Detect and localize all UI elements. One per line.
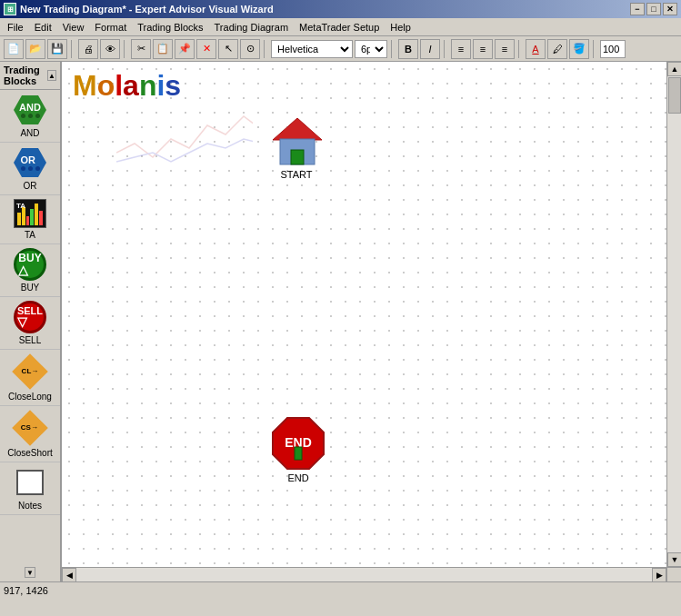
menu-metatrader-setup[interactable]: MetaTrader Setup <box>294 18 385 35</box>
closelong-label: CloseLong <box>8 392 52 402</box>
align-left-button[interactable]: ≡ <box>451 39 471 59</box>
end-icon: END <box>271 416 325 471</box>
menu-edit[interactable]: Edit <box>29 18 57 35</box>
notes-icon <box>16 470 44 495</box>
start-label: START <box>280 169 312 180</box>
toolbar: 📄 📂 💾 🖨 👁 ✂ 📋 📌 ✕ ↖ ⊙ Helvetica Arial Ti… <box>0 36 681 62</box>
bold-button[interactable]: B <box>398 39 418 59</box>
ta-label: TA <box>25 230 35 240</box>
connect-button[interactable]: ⊙ <box>240 39 260 59</box>
title-bar: ⊞ New Trading Diagram* - Expert Advisor … <box>0 0 681 18</box>
preview-button[interactable]: 👁 <box>100 39 120 59</box>
select-button[interactable]: ↖ <box>218 39 238 59</box>
block-buy[interactable]: BUY △ BUY <box>0 244 60 297</box>
save-button[interactable]: 💾 <box>47 39 67 59</box>
zoom-input[interactable] <box>600 40 626 58</box>
and-icon: AND <box>14 95 46 124</box>
end-label: END <box>287 472 308 483</box>
menu-format[interactable]: Format <box>89 18 132 35</box>
scroll-right-button[interactable]: ▶ <box>652 568 666 581</box>
window-controls: − □ ✕ <box>630 3 677 15</box>
start-icon <box>271 116 322 167</box>
menu-trading-diagram[interactable]: Trading Diagram <box>209 18 295 35</box>
delete-button[interactable]: ✕ <box>196 39 216 59</box>
end-svg: END <box>271 416 325 471</box>
and-label: AND <box>20 128 39 138</box>
maximize-button[interactable]: □ <box>646 3 661 15</box>
align-center-button[interactable]: ≡ <box>473 39 493 59</box>
sidebar-scroll-down[interactable]: ▼ <box>25 567 35 578</box>
block-notes[interactable]: Notes <box>0 462 60 515</box>
sidebar-title: Trading Blocks <box>4 65 47 86</box>
canvas-area[interactable]: Molanis <box>62 62 681 581</box>
close-button[interactable]: ✕ <box>663 3 677 15</box>
scroll-left-button[interactable]: ◀ <box>62 568 76 581</box>
buy-label: BUY <box>21 283 40 293</box>
svg-marker-0 <box>273 118 322 140</box>
paste-button[interactable]: 📌 <box>175 39 195 59</box>
block-and[interactable]: AND AND <box>0 90 60 143</box>
menu-bar: File Edit View Format Trading Blocks Tra… <box>0 18 681 36</box>
fill-button[interactable]: 🪣 <box>569 39 589 59</box>
new-button[interactable]: 📄 <box>4 39 24 59</box>
svg-rect-2 <box>291 150 304 164</box>
horizontal-scrollbar[interactable]: ◀ ▶ <box>62 567 666 581</box>
font-color-button[interactable]: A <box>526 39 546 59</box>
italic-button[interactable]: I <box>420 39 440 59</box>
app-icon: ⊞ <box>4 3 16 15</box>
menu-trading-blocks[interactable]: Trading Blocks <box>132 18 208 35</box>
vertical-scrollbar[interactable]: ▲ ▼ <box>666 62 681 567</box>
font-size-selector[interactable]: 6pt 8pt 10pt 12pt <box>355 40 387 58</box>
house-svg <box>271 114 322 167</box>
cut-button[interactable]: ✂ <box>131 39 151 59</box>
closeshort-label: CloseShort <box>7 448 52 458</box>
title-bar-text: New Trading Diagram* - Expert Advisor Vi… <box>20 4 274 15</box>
closelong-icon: CL→ <box>12 353 48 390</box>
copy-button[interactable]: 📋 <box>153 39 173 59</box>
buy-icon: BUY △ <box>14 248 46 281</box>
scroll-down-button[interactable]: ▼ <box>667 552 681 567</box>
block-closelong[interactable]: CL→ CloseLong <box>0 350 60 406</box>
svg-rect-5 <box>295 447 302 460</box>
sidebar-header: Trading Blocks ▲ <box>0 62 60 90</box>
minimize-button[interactable]: − <box>630 3 645 15</box>
notes-label: Notes <box>18 501 42 511</box>
start-block[interactable]: START <box>271 116 322 180</box>
sidebar-scroll-up[interactable]: ▲ <box>47 70 56 81</box>
block-or[interactable]: OR OR <box>0 143 60 195</box>
open-button[interactable]: 📂 <box>25 39 45 59</box>
status-coords: 917, 1426 <box>4 585 48 596</box>
or-icon: OR <box>14 148 46 177</box>
menu-help[interactable]: Help <box>385 18 416 35</box>
scrollbar-corner <box>666 567 681 581</box>
highlight-button[interactable]: 🖊 <box>547 39 567 59</box>
menu-file[interactable]: File <box>2 18 29 35</box>
menu-view[interactable]: View <box>57 18 90 35</box>
font-selector[interactable]: Helvetica Arial Times New Roman <box>271 40 353 58</box>
or-label: OR <box>24 181 37 191</box>
sidebar: Trading Blocks ▲ AND AND <box>0 62 62 581</box>
status-bar: 917, 1426 <box>0 581 681 598</box>
block-sell[interactable]: SELL ▽ SELL <box>0 297 60 350</box>
block-ta[interactable]: TA TA <box>0 195 60 244</box>
background-chart <box>116 98 253 171</box>
scroll-up-button[interactable]: ▲ <box>667 62 681 76</box>
canvas-content: Molanis <box>62 62 666 567</box>
print-button[interactable]: 🖨 <box>78 39 98 59</box>
end-block[interactable]: END END <box>271 416 325 483</box>
sell-label: SELL <box>19 335 41 345</box>
align-right-button[interactable]: ≡ <box>495 39 515 59</box>
main-area: Trading Blocks ▲ AND AND <box>0 62 681 581</box>
closeshort-icon: CS→ <box>12 410 48 446</box>
sell-icon: SELL ▽ <box>14 301 46 333</box>
block-closeshort[interactable]: CS→ CloseShort <box>0 406 60 462</box>
